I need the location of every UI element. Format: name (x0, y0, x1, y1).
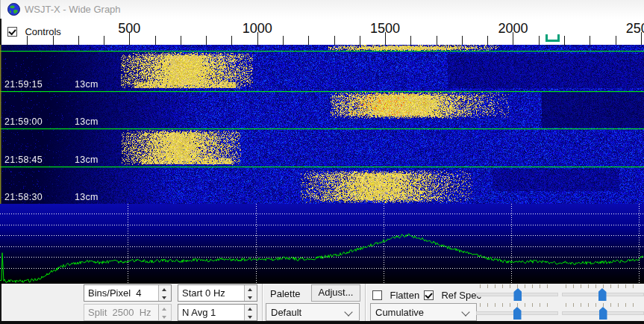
waterfall-period-label: 21:58:3013cm (0, 192, 298, 203)
adjust-button[interactable]: Adjust... (311, 284, 360, 302)
wsjtx-globe-icon (7, 3, 20, 16)
minor-tick (334, 36, 335, 45)
minor-tick (360, 36, 360, 45)
minor-tick (53, 36, 54, 45)
timestamp-label: 21:59:15 (4, 79, 43, 90)
band-label: 13cm (75, 116, 99, 127)
spectrum-panel (0, 204, 644, 284)
n-avg-value: N Avg 1 (182, 307, 216, 318)
spin-down-icon[interactable] (245, 313, 257, 321)
wide-graph-window: WSJT-X - Wide Graph Controls 50010001500… (0, 0, 644, 324)
bins-per-pixel-spinner[interactable]: Bins/Pixel 4 (84, 284, 172, 302)
flatten-checkbox-label: Flatten (390, 290, 419, 301)
waterfall-period-label: 21:59:1513cm (0, 79, 298, 90)
waterfall-gain-slider[interactable] (476, 284, 558, 302)
scale-label-1000: 1000 (224, 21, 291, 37)
bottom-controls-bar: Bins/Pixel 4 Start 0 Hz Split 2500 Hz N … (0, 284, 644, 321)
waterfall-period-label: 21:59:0013cm (0, 116, 298, 128)
minor-tick (78, 36, 79, 45)
bins-per-pixel-value: Bins/Pixel 4 (88, 287, 142, 299)
minor-tick (104, 36, 104, 45)
minor-tick (27, 36, 28, 45)
spin-down-icon[interactable] (245, 293, 257, 302)
rx-frequency-marker[interactable] (545, 34, 560, 42)
band-label: 13cm (75, 79, 99, 90)
n-avg-spinner[interactable]: N Avg 1 (178, 304, 257, 321)
minor-tick (462, 36, 463, 45)
spin-down-icon (159, 313, 171, 321)
spin-up-icon[interactable] (245, 305, 257, 313)
scale-label-1500: 1500 (351, 21, 419, 37)
slider-handle[interactable] (513, 307, 522, 320)
spectrum-mode-select[interactable]: Cumulative (370, 303, 477, 321)
slider-ticks (566, 284, 640, 288)
spectrum-mode-selected-value: Cumulative (375, 307, 424, 318)
frequency-scale: Controls 5001000150020002500 (0, 19, 644, 45)
minor-tick (308, 36, 309, 45)
palette-label: Palette (270, 288, 300, 299)
spectrum-canvas[interactable] (0, 204, 644, 284)
minor-tick (590, 36, 590, 45)
ref-spec-checkbox-box[interactable] (424, 290, 434, 300)
spin-up-icon[interactable] (245, 285, 257, 293)
timestamp-label: 21:58:30 (4, 192, 43, 202)
timestamp-label: 21:58:45 (4, 155, 43, 165)
separator (365, 284, 366, 321)
minor-tick (539, 36, 540, 45)
spin-up-icon[interactable] (159, 285, 171, 293)
spectrum-zero-slider[interactable] (562, 302, 644, 320)
minor-tick (181, 36, 181, 45)
ref-spec-checkbox[interactable]: Ref Spec (424, 288, 481, 302)
minor-tick (155, 36, 156, 45)
scale-label-500: 500 (96, 21, 163, 37)
palette-select[interactable]: Default (266, 303, 360, 321)
window-title: WSJT-X - Wide Graph (25, 4, 121, 15)
chevron-down-icon (461, 308, 469, 316)
start-hz-value: Start 0 Hz (182, 287, 225, 299)
spectrum-gain-slider[interactable] (476, 302, 558, 320)
minor-tick (437, 36, 437, 45)
band-label: 13cm (75, 192, 99, 202)
flatten-checkbox[interactable]: Flatten (372, 288, 419, 302)
minor-tick (283, 36, 284, 45)
scale-label-2500: 2500 (607, 21, 644, 37)
start-hz-spinner[interactable]: Start 0 Hz (178, 284, 257, 302)
band-label: 13cm (75, 155, 99, 165)
palette-selected-value: Default (271, 307, 301, 318)
minor-tick (564, 36, 565, 45)
waterfall-panel: 21:59:1513cm21:59:0013cm21:58:4513cm21:5… (0, 45, 644, 204)
chevron-down-icon (344, 308, 352, 316)
slider-handle[interactable] (513, 288, 522, 301)
waterfall-period-label: 21:58:4513cm (0, 155, 298, 166)
scale-label-2000: 2000 (479, 21, 546, 37)
ref-spec-checkbox-label: Ref Spec (441, 290, 481, 301)
controls-checkbox-box[interactable] (7, 27, 17, 37)
minor-tick (231, 36, 232, 45)
minor-tick (206, 36, 207, 45)
minor-tick (410, 36, 411, 45)
spin-up-icon (159, 305, 171, 313)
slider-ticks (566, 303, 640, 307)
spin-down-icon[interactable] (159, 293, 171, 302)
slider-handle[interactable] (599, 307, 607, 320)
timestamp-label: 21:59:00 (4, 116, 43, 127)
slider-ticks (480, 284, 554, 288)
separator (262, 284, 263, 321)
split-hz-value: Split 2500 Hz (88, 307, 151, 318)
minor-tick (616, 36, 616, 45)
title-bar[interactable]: WSJT-X - Wide Graph (0, 0, 644, 19)
slider-handle[interactable] (598, 288, 607, 301)
minor-tick (487, 36, 488, 45)
window-bottom-frame (0, 321, 644, 324)
flatten-checkbox-box[interactable] (372, 290, 382, 300)
waterfall-zero-slider[interactable] (562, 284, 644, 302)
split-hz-spinner: Split 2500 Hz (84, 304, 172, 321)
slider-ticks (480, 303, 554, 307)
controls-checkbox-label: Controls (25, 26, 60, 37)
